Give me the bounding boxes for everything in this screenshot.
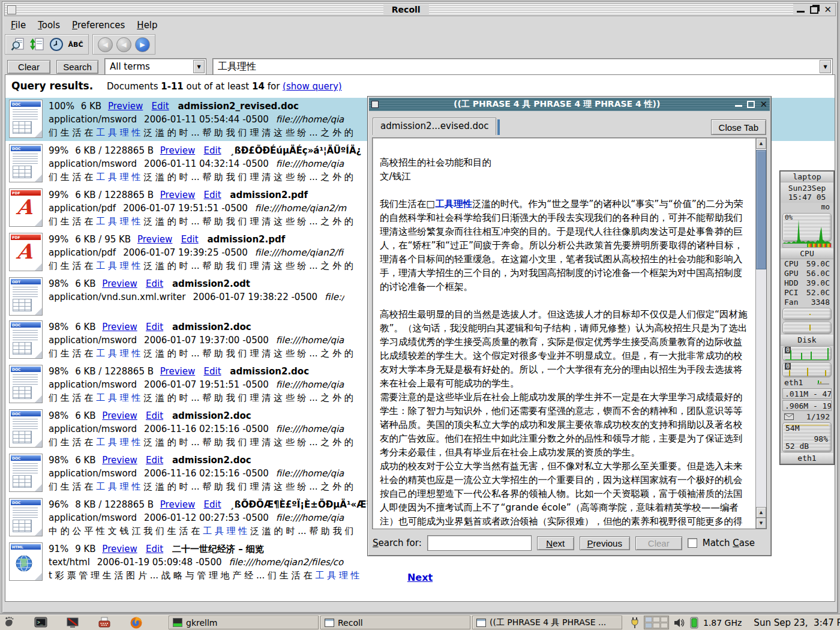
- search-button[interactable]: Search: [56, 60, 98, 74]
- edit-link[interactable]: Edit: [152, 101, 169, 112]
- preview-minimize-icon[interactable]: [735, 105, 742, 107]
- taskbar-clock[interactable]: Sun Sep 23, 3:47 PM: [754, 617, 840, 628]
- file-date: 2006-11-16 02:15:16 -0500: [144, 468, 269, 479]
- power-plug-icon[interactable]: [630, 617, 640, 629]
- mail-row[interactable]: 1/192: [781, 412, 833, 422]
- taskbar-window-button[interactable]: Recoll: [320, 616, 470, 629]
- relevance-percent: 98%: [49, 410, 68, 421]
- disk-chart-1: 0: [782, 346, 832, 361]
- find-clear-button[interactable]: Clear: [635, 536, 682, 550]
- menu-help[interactable]: Help: [132, 19, 162, 32]
- page-fold: [35, 308, 42, 315]
- preview-paragraph: 成功的校友对于公立大学当然有益无害，但不像对私立大学那么至关重要。但是选入未来社…: [380, 460, 751, 529]
- mime-type: application/msword: [49, 379, 137, 390]
- edit-link[interactable]: Edit: [146, 278, 163, 289]
- show-query-link[interactable]: (show query): [283, 81, 342, 92]
- wifi-signal: 52 dB: [785, 442, 809, 451]
- preview-text[interactable]: 高校招生的社会功能和目的 文/钱江我们生活在□工具理性泛滥的时代。作为“世之显学…: [373, 138, 755, 529]
- recoll-titlebar[interactable]: Recoll ✕: [4, 3, 836, 16]
- preview-link[interactable]: Preview: [102, 410, 137, 421]
- preview-close-icon[interactable]: ✕: [760, 99, 767, 110]
- snippet: 们 生 活 在 工 具 理 性 泛 滥 的 时 ... 帮 助 我 们 理 清 …: [49, 126, 353, 139]
- menu-tools[interactable]: Tools: [33, 19, 65, 32]
- sort-parameters-icon[interactable]: [29, 37, 45, 52]
- file-size: 9 KB: [75, 544, 95, 554]
- advanced-search-icon[interactable]: [10, 37, 26, 52]
- sensor-value: 39.0C: [806, 278, 830, 288]
- volume-icon[interactable]: [673, 617, 685, 628]
- preview-window-menu-icon[interactable]: [371, 101, 379, 108]
- match-case-checkbox[interactable]: [688, 538, 697, 548]
- window-menu-icon[interactable]: [7, 5, 16, 14]
- task-label: gkrellm: [186, 618, 217, 628]
- query-history-chevron-icon[interactable]: ▼: [820, 60, 831, 73]
- menu-preferences[interactable]: Preferences: [67, 19, 130, 32]
- mime-type: text/html: [49, 557, 90, 568]
- find-previous-button[interactable]: Previous: [580, 536, 630, 550]
- preview-link[interactable]: Preview: [102, 455, 137, 466]
- edit-link[interactable]: Edit: [204, 190, 221, 200]
- scrollbar-thumb[interactable]: [756, 150, 766, 269]
- file-size: 6 KB: [75, 455, 95, 466]
- preview-link[interactable]: Preview: [102, 322, 137, 332]
- screensaver-icon[interactable]: [66, 616, 79, 629]
- edit-link[interactable]: Edit: [204, 499, 221, 510]
- text-editor-icon[interactable]: [98, 616, 111, 629]
- cpu-frequency-icon[interactable]: [689, 617, 699, 629]
- preview-link[interactable]: Preview: [137, 234, 172, 245]
- gkrellm-monitor[interactable]: laptop Sun23Sep 15:47 05 mo 0% CPU CPU59…: [780, 171, 834, 464]
- search-mode-select[interactable]: All terms ▼: [104, 58, 206, 75]
- find-input[interactable]: [427, 535, 532, 551]
- preview-link[interactable]: Preview: [160, 145, 195, 156]
- preview-link[interactable]: Preview: [160, 190, 195, 200]
- edit-link[interactable]: Edit: [181, 234, 199, 245]
- next-page-icon[interactable]: ▶: [135, 37, 150, 52]
- preview-maximize-icon[interactable]: [747, 101, 755, 108]
- preview-link[interactable]: Preview: [160, 499, 195, 510]
- scroll-down-icon[interactable]: ▼: [756, 518, 766, 529]
- preview-link[interactable]: Preview: [102, 544, 137, 554]
- taskbar-window-button[interactable]: ((工 PHRASE 4 具 PHRASE ...: [472, 616, 622, 629]
- edit-link[interactable]: Edit: [146, 544, 163, 554]
- taskbar-window-button[interactable]: gkrellm: [169, 616, 319, 629]
- gnome-menu-icon[interactable]: [2, 616, 16, 629]
- preview-link[interactable]: Preview: [108, 101, 143, 112]
- edit-link[interactable]: Edit: [146, 455, 163, 466]
- snippet: 们 生 活 在 工 具 理 性 泛 滥 的 时 ... 帮 助 我 们 理 清 …: [49, 170, 361, 184]
- term-explorer-icon[interactable]: ÅBĈ: [68, 37, 83, 52]
- clear-button[interactable]: Clear: [7, 60, 50, 74]
- next-results-link[interactable]: Next: [407, 572, 433, 583]
- file-url: file:///home/qia: [276, 158, 344, 169]
- preview-scrollbar[interactable]: ▲ ▲ ▼: [755, 138, 766, 529]
- preview-link[interactable]: Preview: [160, 366, 195, 377]
- maximize-icon[interactable]: [810, 6, 818, 14]
- minimize-icon[interactable]: [797, 11, 805, 13]
- query-input[interactable]: 工具理性 ▼: [212, 58, 833, 75]
- workspace-pager[interactable]: [644, 616, 669, 629]
- preview-find-bar: Search for: Next Previous Clear Match Ca…: [368, 533, 771, 556]
- terminal-icon[interactable]: >_: [34, 616, 47, 629]
- edit-link[interactable]: Edit: [146, 322, 163, 332]
- scroll-up-icon[interactable]: ▲: [756, 138, 766, 149]
- edit-link[interactable]: Edit: [204, 366, 221, 377]
- preview-tab[interactable]: admission2...evised.doc: [373, 118, 496, 135]
- chevron-down-icon[interactable]: ▼: [193, 60, 205, 73]
- first-page-icon[interactable]: ◀: [98, 37, 113, 52]
- scroll-up2-icon[interactable]: ▲: [756, 507, 766, 518]
- edit-link[interactable]: Edit: [146, 410, 163, 421]
- find-next-button[interactable]: Next: [537, 536, 574, 550]
- menu-bar: FileToolsPreferencesHelp: [2, 16, 838, 33]
- firefox-icon[interactable]: [130, 616, 143, 629]
- document-history-icon[interactable]: [49, 37, 64, 52]
- mime-type: application/msword: [49, 512, 137, 523]
- relevance-percent: 91%: [49, 544, 68, 554]
- edit-link[interactable]: Edit: [204, 145, 221, 156]
- gkrellm-clock: Sun23Sep 15:47 05: [781, 182, 833, 203]
- preview-titlebar[interactable]: ((工 PHRASE 4 具 PHRASE 4 理 PHRASE 4 性)) ✕: [369, 98, 770, 111]
- close-icon[interactable]: ✕: [824, 5, 832, 14]
- preview-link[interactable]: Preview: [102, 278, 137, 289]
- previous-page-icon[interactable]: ◀: [116, 37, 131, 52]
- close-tab-button[interactable]: Close Tab: [711, 119, 766, 135]
- menu-file[interactable]: File: [6, 19, 31, 32]
- gkrellm-footer-label: eth1: [781, 453, 833, 464]
